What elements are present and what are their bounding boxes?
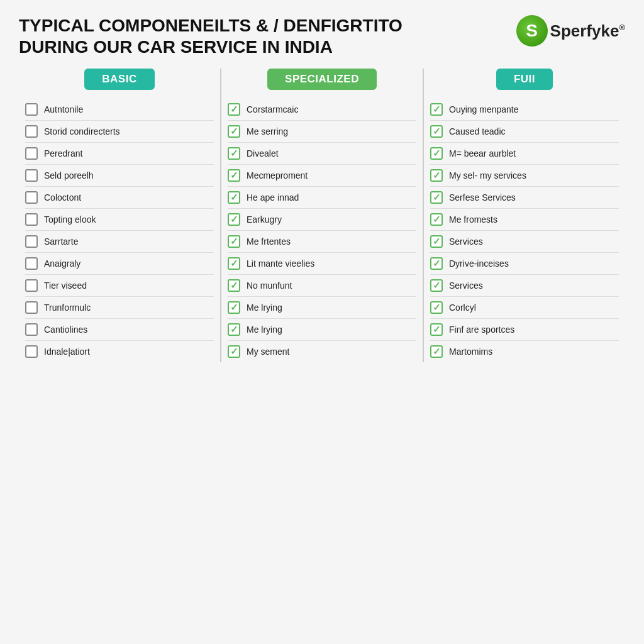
item-label: Coloctont — [44, 192, 81, 203]
list-item: ✓Corstarmcaic — [228, 99, 416, 121]
checkbox-checked-icon[interactable]: ✓ — [430, 103, 443, 116]
checkbox-checked-icon[interactable]: ✓ — [430, 147, 443, 160]
checkbox-checked-icon[interactable]: ✓ — [228, 323, 240, 336]
item-label: Me lrying — [247, 324, 282, 335]
item-label: Me frtentes — [247, 236, 291, 247]
badge-full: FUII — [496, 69, 553, 90]
checkbox-empty-icon[interactable] — [25, 147, 38, 160]
column-specialized: SPECIALIZED✓Corstarmcaic✓Me serring✓Dive… — [221, 69, 424, 362]
checkbox-empty-icon[interactable] — [25, 213, 38, 226]
list-item: ✓Corlcyl — [430, 297, 619, 319]
item-label: Services — [449, 236, 483, 247]
checkbox-empty-icon[interactable] — [25, 323, 38, 336]
item-label: Services — [449, 280, 483, 291]
list-item: ✓Serfese Services — [430, 187, 619, 209]
list-item: ✓Ouying menpante — [430, 99, 619, 121]
checkbox-checked-icon[interactable]: ✓ — [430, 257, 443, 270]
checkbox-checked-icon[interactable]: ✓ — [430, 279, 443, 292]
item-label: Corstarmcaic — [247, 104, 298, 115]
list-item: Cantiolines — [25, 319, 214, 341]
item-label: M= beear aurblet — [449, 148, 516, 159]
checkbox-empty-icon[interactable] — [25, 235, 38, 248]
checkbox-checked-icon[interactable]: ✓ — [430, 213, 443, 226]
page-container: TYPICAL COMPONENEILTS & / DENFIGRTITO DU… — [0, 0, 644, 644]
checkbox-checked-icon[interactable]: ✓ — [430, 191, 443, 204]
title-line1: TYPICAL COMPONENEILTS & / DENFIGRTITO — [19, 15, 402, 36]
list-item: ✓Lit mante vieelies — [228, 253, 416, 275]
item-label: My sement — [247, 346, 289, 357]
list-item: ✓Dyrive-inceises — [430, 253, 619, 275]
checkbox-checked-icon[interactable]: ✓ — [430, 125, 443, 138]
checkbox-checked-icon[interactable]: ✓ — [430, 169, 443, 182]
list-item: ✓Caused teadic — [430, 121, 619, 143]
checkbox-empty-icon[interactable] — [25, 345, 38, 358]
checkbox-checked-icon[interactable]: ✓ — [430, 235, 443, 248]
page-title: TYPICAL COMPONENEILTS & / DENFIGRTITO DU… — [19, 15, 402, 57]
item-label: Trunformulc — [44, 302, 91, 313]
list-item: ✓No munfunt — [228, 275, 416, 297]
item-label: Finf are sportces — [449, 324, 514, 335]
checkbox-checked-icon[interactable]: ✓ — [228, 257, 240, 270]
item-label: Martomims — [449, 346, 492, 357]
list-item: Trunformulc — [25, 297, 214, 319]
checkbox-empty-icon[interactable] — [25, 125, 38, 138]
item-label: Caused teadic — [449, 126, 506, 137]
list-item: Topting elook — [25, 209, 214, 231]
list-item: Coloctont — [25, 187, 214, 209]
checkbox-checked-icon[interactable]: ✓ — [228, 103, 240, 116]
item-label: Cantiolines — [44, 324, 87, 335]
checkbox-checked-icon[interactable]: ✓ — [228, 125, 240, 138]
checkbox-checked-icon[interactable]: ✓ — [228, 301, 240, 314]
list-item: ✓Me serring — [228, 121, 416, 143]
item-label: My sel- my services — [449, 170, 526, 181]
checkbox-checked-icon[interactable]: ✓ — [228, 191, 240, 204]
checkbox-empty-icon[interactable] — [25, 191, 38, 204]
item-label: Earkugry — [247, 214, 282, 225]
column-basic: BASICAutntonileStorid condirectertsPered… — [19, 69, 221, 362]
list-item: ✓My sement — [228, 341, 416, 362]
logo: Sperfyke® — [516, 15, 625, 47]
item-label: He ape innad — [247, 192, 299, 203]
item-label: Me lrying — [247, 302, 282, 313]
item-label: Divealet — [247, 148, 279, 159]
checkbox-checked-icon[interactable]: ✓ — [430, 345, 443, 358]
checkbox-checked-icon[interactable]: ✓ — [228, 345, 240, 358]
checkbox-empty-icon[interactable] — [25, 169, 38, 182]
item-label: Serfese Services — [449, 192, 516, 203]
badge-specialized: SPECIALIZED — [267, 69, 377, 90]
checkbox-checked-icon[interactable]: ✓ — [228, 213, 240, 226]
item-label: Anaigraly — [44, 258, 80, 269]
list-item: Peredrant — [25, 143, 214, 165]
list-item: Seld poreelh — [25, 165, 214, 187]
col-header-full: FUII — [430, 69, 619, 90]
list-item: Autntonile — [25, 99, 214, 121]
item-label: Topting elook — [44, 214, 96, 225]
checkbox-checked-icon[interactable]: ✓ — [228, 235, 240, 248]
list-item: ✓Finf are sportces — [430, 319, 619, 341]
checkbox-empty-icon[interactable] — [25, 279, 38, 292]
checkbox-checked-icon[interactable]: ✓ — [430, 323, 443, 336]
list-item: ✓Services — [430, 275, 619, 297]
item-label: Lit mante vieelies — [247, 258, 314, 269]
list-item: Tier viseed — [25, 275, 214, 297]
list-item: ✓Me fromests — [430, 209, 619, 231]
checkbox-checked-icon[interactable]: ✓ — [228, 279, 240, 292]
title-line2: DURING OUR CAR SERVICE IN INDIA — [19, 36, 402, 58]
column-full: FUII✓Ouying menpante✓Caused teadic✓M= be… — [424, 69, 625, 362]
item-label: Ouying menpante — [449, 104, 519, 115]
item-label: Seld poreelh — [44, 170, 94, 181]
logo-text: Sperfyke® — [550, 21, 625, 41]
list-item: ✓Me frtentes — [228, 231, 416, 253]
item-label: Me serring — [247, 126, 288, 137]
checkbox-checked-icon[interactable]: ✓ — [228, 169, 240, 182]
checkbox-empty-icon[interactable] — [25, 301, 38, 314]
checkbox-empty-icon[interactable] — [25, 257, 38, 270]
checkbox-checked-icon[interactable]: ✓ — [430, 301, 443, 314]
checkbox-empty-icon[interactable] — [25, 103, 38, 116]
col-header-specialized: SPECIALIZED — [228, 69, 416, 90]
list-item: ✓Mecmeproment — [228, 165, 416, 187]
checkbox-checked-icon[interactable]: ✓ — [228, 147, 240, 160]
list-item: ✓He ape innad — [228, 187, 416, 209]
col-header-basic: BASIC — [25, 69, 214, 90]
list-item: Anaigraly — [25, 253, 214, 275]
